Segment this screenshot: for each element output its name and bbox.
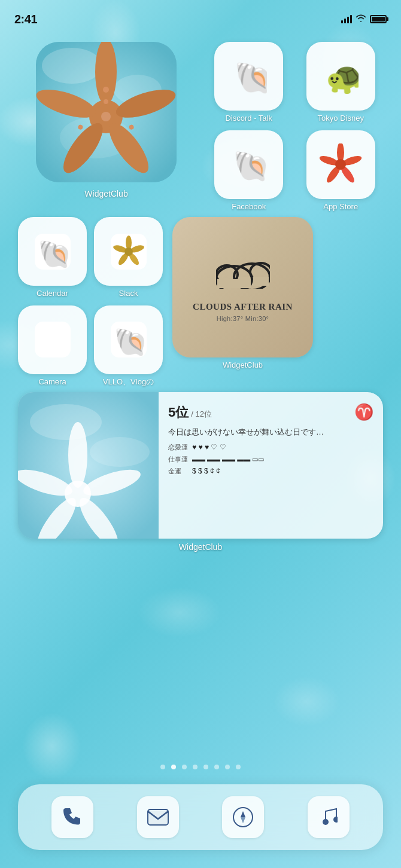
svg-rect-53: [148, 809, 168, 825]
svg-point-10: [103, 87, 109, 93]
appstore-icon: 🐚: [18, 305, 87, 374]
dot-5[interactable]: [203, 765, 208, 769]
fortune-love-hearts: ♥ ♥ ♥ ♡ ♡: [192, 443, 226, 451]
appstore-vllo-row: 🐚 Camera 🐚 VLLO、Vlogの: [18, 305, 163, 387]
camera-starfish-image: [320, 143, 361, 185]
svg-point-46: [68, 422, 87, 488]
dock-music[interactable]: [308, 796, 350, 838]
fortune-widget-label: WidgetClub: [18, 542, 383, 552]
svg-text:🐢: 🐢: [326, 59, 359, 94]
app-facebook[interactable]: 🐚 Facebook: [206, 130, 291, 212]
app-widgetclub-large[interactable]: WidgetClub: [18, 42, 195, 198]
weather-cloud-icon: [216, 253, 270, 295]
facebook-icon: 🐚: [214, 130, 283, 199]
app-appstore[interactable]: 🐚 Camera: [18, 305, 87, 387]
fortune-money-icons: $ $ $ ¢ ¢: [192, 467, 220, 475]
status-time: 2:41: [14, 13, 37, 26]
app-tokyo-disney[interactable]: 🐢 Tokyo Disney: [299, 42, 384, 123]
svg-point-11: [104, 99, 108, 104]
vllo-shell-image: 🐚: [111, 322, 147, 357]
app-grid: WidgetClub 🐚 Discord - Talk: [0, 36, 401, 558]
discord-icon: 🐚: [214, 42, 283, 111]
slack-icon: [94, 217, 163, 286]
app-row-second: 🐚 Facebook: [206, 130, 383, 212]
dock-mail[interactable]: [137, 796, 179, 838]
fortune-rank: 5位: [168, 404, 189, 421]
page-dots: [0, 765, 401, 769]
app-discord[interactable]: 🐚 Discord - Talk: [206, 42, 291, 123]
app-row-top: 🐚 Discord - Talk 🐢 Tokyo Disney: [206, 42, 383, 123]
slack-label: Slack: [119, 289, 138, 298]
svg-marker-57: [241, 817, 245, 823]
discord-shell-image: 🐚: [231, 59, 267, 94]
svg-point-51: [65, 481, 91, 507]
fortune-widget[interactable]: 5位 / 12位 ♈ 今日は思いがけない幸せが舞い込む日です… 恋愛運 ♥ ♥ …: [18, 392, 383, 539]
calendar-shell-image: 🐚: [35, 234, 71, 270]
music-icon: [320, 806, 338, 828]
app-vllo[interactable]: 🐚 VLLO、Vlogの: [94, 305, 163, 387]
dock-safari[interactable]: [222, 796, 264, 838]
signal-icon: [341, 15, 352, 23]
fortune-row-love: 恋愛運 ♥ ♥ ♥ ♡ ♡: [168, 443, 373, 452]
weather-title: Clouds after Rain: [193, 302, 293, 312]
fortune-work-label: 仕事運: [168, 455, 190, 464]
phone-icon: [62, 806, 83, 828]
svg-point-1: [42, 48, 102, 84]
fortune-row-work: 仕事運 ▬▬ ▬▬ ▬▬ ▬▬ ▭▭: [168, 455, 373, 464]
svg-text:🐚: 🐚: [233, 148, 267, 182]
app-camera[interactable]: App Store: [299, 130, 384, 212]
weather-label: WidgetClub: [223, 360, 263, 369]
fortune-row-money: 金運 $ $ $ ¢ ¢: [168, 467, 373, 476]
dot-1[interactable]: [160, 765, 165, 769]
weather-subtitle: High:37° Min:30°: [217, 315, 269, 322]
camera-label: App Store: [323, 202, 358, 212]
wifi-icon: [356, 14, 366, 25]
discord-label: Discord - Talk: [225, 114, 272, 123]
svg-point-14: [101, 112, 111, 121]
svg-point-45: [90, 437, 150, 467]
starfish-large-image: [36, 42, 177, 182]
row-1: WidgetClub 🐚 Discord - Talk: [18, 42, 383, 211]
fortune-widget-wrapper: 5位 / 12位 ♈ 今日は思いがけない幸せが舞い込む日です… 恋愛運 ♥ ♥ …: [18, 392, 383, 552]
dot-3[interactable]: [182, 765, 187, 769]
svg-rect-42: [217, 279, 251, 288]
facebook-label: Facebook: [232, 202, 266, 212]
facebook-shell-image: 🐚: [231, 146, 267, 182]
row-2-left-col: 🐚 Calendar: [18, 217, 163, 386]
right-col-apps: 🐚 Discord - Talk 🐢 Tokyo Disney: [206, 42, 383, 211]
battery-icon: [370, 15, 387, 23]
svg-text:🐚: 🐚: [234, 59, 267, 94]
fortune-total: / 12位: [191, 409, 212, 420]
screen: 2:41: [0, 0, 401, 868]
calendar-icon: 🐚: [18, 217, 87, 286]
weather-widget[interactable]: Clouds after Rain High:37° Min:30°: [172, 217, 313, 357]
widgetclub-large-label: WidgetClub: [84, 189, 127, 198]
dock-phone[interactable]: [51, 796, 93, 838]
fortune-rows: 恋愛運 ♥ ♥ ♥ ♡ ♡ 仕事運 ▬▬ ▬▬ ▬▬ ▬▬ ▭▭ 金運 $ $ …: [168, 443, 373, 476]
svg-point-58: [323, 819, 329, 825]
fortune-text: 今日は思いがけない幸せが舞い込む日です…: [168, 426, 373, 438]
status-bar: 2:41: [0, 0, 401, 31]
dot-2[interactable]: [171, 765, 176, 769]
app-calendar[interactable]: 🐚 Calendar: [18, 217, 87, 298]
fortune-sign: ♈: [354, 403, 373, 421]
compass-icon: [232, 806, 254, 828]
dot-6[interactable]: [214, 765, 219, 769]
fortune-content: 5位 / 12位 ♈ 今日は思いがけない幸せが舞い込む日です… 恋愛運 ♥ ♥ …: [159, 392, 383, 539]
tokyo-disney-image: 🐢: [323, 59, 359, 94]
status-icons: [341, 14, 387, 25]
row-2: 🐚 Calendar: [18, 217, 383, 386]
svg-point-23: [335, 159, 346, 170]
fortune-starfish-image: [18, 392, 159, 539]
fortune-love-label: 恋愛運: [168, 443, 190, 452]
svg-marker-56: [241, 811, 245, 817]
mail-icon: [147, 809, 169, 826]
svg-point-59: [333, 817, 338, 823]
fortune-rank-row: 5位 / 12位 ♈: [168, 403, 373, 421]
slack-starfish-image: [111, 234, 147, 270]
dot-8[interactable]: [236, 765, 241, 769]
vllo-icon: 🐚: [94, 305, 163, 374]
app-slack[interactable]: Slack: [94, 217, 163, 298]
dot-7[interactable]: [225, 765, 230, 769]
dot-4[interactable]: [193, 765, 198, 769]
